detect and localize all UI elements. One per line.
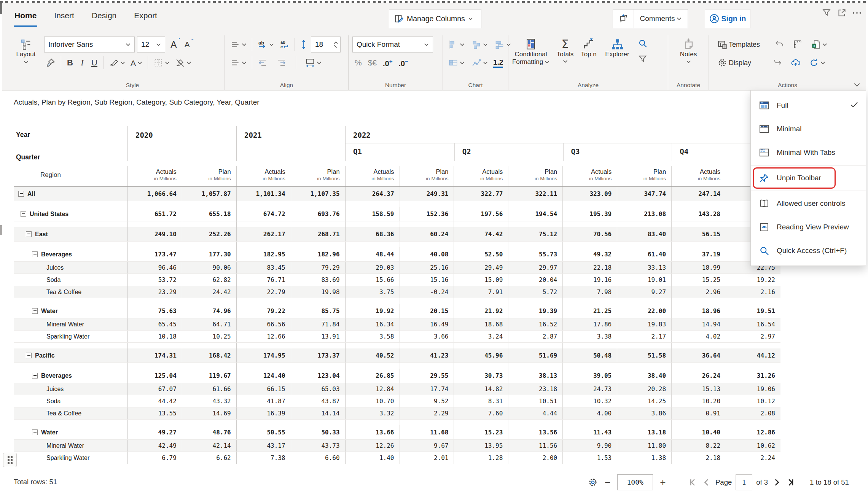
cloud-upload-icon[interactable] xyxy=(789,57,802,68)
refresh-button[interactable] xyxy=(807,57,827,68)
data-cell[interactable]: 14.94 xyxy=(671,318,726,330)
data-cell[interactable]: 64.71 xyxy=(182,318,236,330)
underline-button[interactable]: U xyxy=(89,58,99,68)
data-cell[interactable]: 45.96 xyxy=(454,348,508,363)
data-cell[interactable]: 262.17 xyxy=(236,227,291,241)
data-cell[interactable]: 10.32 xyxy=(562,395,617,407)
data-cell[interactable]: 2.18 xyxy=(671,452,726,464)
data-cell[interactable]: 18.68 xyxy=(454,318,508,330)
data-cell[interactable]: 10.51 xyxy=(508,395,562,407)
menu-item-allowed-user-controls[interactable]: Allowed user controls xyxy=(751,192,866,215)
table-chart-button[interactable] xyxy=(447,57,466,68)
data-cell[interactable]: 194.54 xyxy=(508,207,562,221)
data-cell[interactable]: 9.27 xyxy=(617,286,671,298)
data-cell[interactable]: 43.32 xyxy=(182,395,236,407)
row-label[interactable]: United States xyxy=(30,211,68,218)
data-cell[interactable]: 173.47 xyxy=(127,247,182,261)
row-label[interactable]: Juices xyxy=(46,264,64,271)
data-cell[interactable]: 123.04 xyxy=(291,369,345,383)
data-cell[interactable]: 19.83 xyxy=(617,318,671,330)
last-page-icon[interactable] xyxy=(785,477,795,487)
undo-icon[interactable] xyxy=(773,39,786,50)
data-cell[interactable]: 347.74 xyxy=(617,187,671,201)
data-cell[interactable]: 249.31 xyxy=(400,187,454,201)
data-cell[interactable]: 1.38 xyxy=(617,452,671,464)
menu-item-unpin-toolbar[interactable]: Unpin Toolbar xyxy=(751,166,866,190)
row-label[interactable]: Sparkling Water xyxy=(46,455,89,461)
data-cell[interactable]: 10.62 xyxy=(726,440,780,452)
row-label[interactable]: Juices xyxy=(46,386,64,393)
sign-in-button[interactable]: Sign in xyxy=(705,9,750,28)
data-cell[interactable]: 52.50 xyxy=(454,247,508,261)
decrease-font-button[interactable]: Aˇ xyxy=(185,40,190,49)
row-height-stepper[interactable]: 18 xyxy=(311,37,341,52)
table-settings-icon[interactable] xyxy=(588,477,598,487)
data-cell[interactable]: 3.75 xyxy=(345,286,400,298)
data-cell[interactable]: 55.73 xyxy=(508,247,562,261)
data-cell[interactable]: 96.46 xyxy=(127,262,182,274)
data-cell[interactable]: 65.45 xyxy=(127,318,182,330)
data-cell[interactable]: 20.28 xyxy=(617,383,671,395)
data-cell[interactable]: 43.17 xyxy=(236,440,291,452)
data-cell[interactable]: 29.49 xyxy=(454,262,508,274)
data-cell[interactable]: 44.12 xyxy=(726,348,780,363)
data-cell[interactable]: 16.54 xyxy=(726,318,780,330)
row-label[interactable]: Water xyxy=(41,429,58,436)
data-cell[interactable]: 50.33 xyxy=(291,425,345,439)
data-cell[interactable]: 2.29 xyxy=(399,407,454,419)
data-cell[interactable]: 13.91 xyxy=(291,331,345,342)
layout-button[interactable]: Layout xyxy=(11,38,40,64)
data-cell[interactable]: 213.08 xyxy=(617,207,671,221)
data-cell[interactable]: 76.71 xyxy=(236,274,291,286)
row-label[interactable]: All xyxy=(27,191,35,197)
data-cell[interactable]: 3.58 xyxy=(345,331,400,342)
data-cell[interactable]: 1.40 xyxy=(345,452,400,464)
data-cell[interactable]: 1,066.64 xyxy=(127,187,182,201)
data-cell[interactable]: 20.15 xyxy=(399,304,454,318)
data-cell[interactable]: 15.66 xyxy=(345,274,400,286)
data-cell[interactable]: 10.12 xyxy=(726,395,780,407)
focus-mode-icon[interactable] xyxy=(837,8,847,18)
collapse-row-icon[interactable] xyxy=(18,191,24,197)
data-cell[interactable]: 6.62 xyxy=(182,452,236,464)
data-cell[interactable]: 83.69 xyxy=(291,274,345,286)
data-cell[interactable]: 41.23 xyxy=(399,348,454,363)
data-cell[interactable]: 10.25 xyxy=(182,331,236,342)
data-cell[interactable]: 10.70 xyxy=(345,395,400,407)
data-cell[interactable]: 39.05 xyxy=(562,369,617,383)
data-cell[interactable]: 14.82 xyxy=(454,383,508,395)
highlight-color-button[interactable] xyxy=(107,57,127,69)
data-cell[interactable]: 26.24 xyxy=(671,369,726,383)
data-cell[interactable]: 3.32 xyxy=(345,407,400,419)
data-cell[interactable]: 14.25 xyxy=(617,395,671,407)
menu-item-minimal-with-tabs[interactable]: Minimal With Tabs xyxy=(751,141,866,164)
data-cell[interactable]: 2.16 xyxy=(726,286,780,298)
data-cell[interactable]: 268.71 xyxy=(291,227,345,241)
data-cell[interactable]: 252.26 xyxy=(182,227,236,241)
manage-columns-button[interactable]: Manage Columns xyxy=(389,9,481,28)
data-cell[interactable]: 3.38 xyxy=(562,331,617,342)
data-cell[interactable]: 56.15 xyxy=(671,227,726,241)
data-cell[interactable]: 4.00 xyxy=(562,407,617,419)
data-cell[interactable]: 19.16 xyxy=(562,274,617,286)
data-cell[interactable]: 4.44 xyxy=(508,407,562,419)
data-cell[interactable]: 13.18 xyxy=(617,425,671,439)
data-cell[interactable]: 7.60 xyxy=(454,407,508,419)
display-button[interactable]: Display xyxy=(716,57,753,68)
data-cell[interactable]: 51.58 xyxy=(617,348,671,363)
data-cell[interactable]: 49.32 xyxy=(562,247,617,261)
font-family-select[interactable]: Inforiver Sans xyxy=(44,37,135,52)
data-cell[interactable]: 23.29 xyxy=(127,286,182,298)
data-cell[interactable]: 16.52 xyxy=(508,318,562,330)
data-cell[interactable]: 1.28 xyxy=(454,452,508,464)
data-cell[interactable]: 40.08 xyxy=(399,247,454,261)
notes-button[interactable]: Notes xyxy=(668,38,709,64)
data-cell[interactable]: 124.40 xyxy=(236,369,291,383)
search-icon[interactable] xyxy=(638,38,648,48)
data-cell[interactable]: 15.25 xyxy=(671,274,726,286)
increment-icon[interactable] xyxy=(334,41,338,44)
text-overflow-button[interactable]: ab xyxy=(256,39,276,50)
data-cell[interactable]: 71.84 xyxy=(291,318,345,330)
row-label[interactable]: Beverages xyxy=(41,251,72,258)
bar-chart-button[interactable] xyxy=(447,39,466,50)
